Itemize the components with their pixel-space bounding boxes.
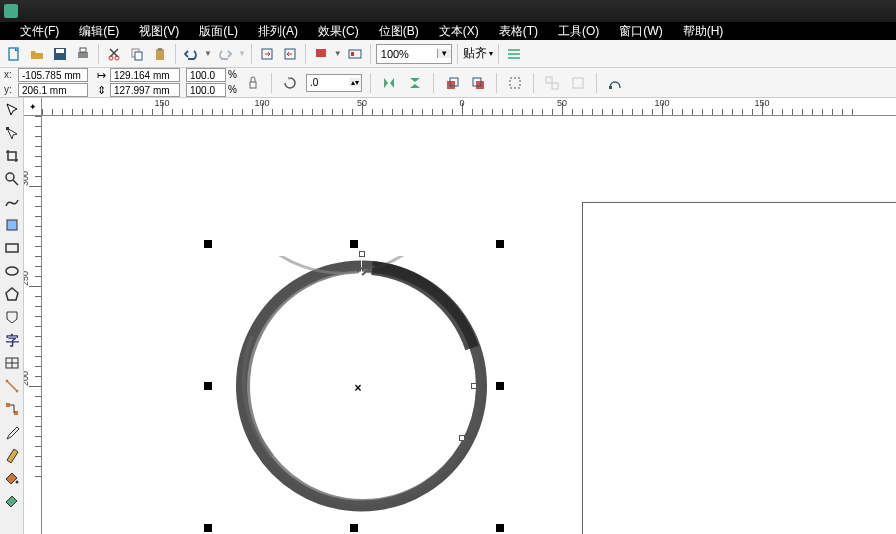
path-node[interactable]	[459, 435, 465, 441]
ungroup-icon[interactable]	[542, 73, 562, 93]
scale-x-input[interactable]	[186, 68, 226, 82]
svg-rect-2	[56, 49, 64, 53]
separator	[433, 73, 434, 93]
connector-tool[interactable]	[2, 399, 22, 419]
selection-handle[interactable]	[350, 524, 358, 532]
menu-help[interactable]: 帮助(H)	[673, 21, 734, 42]
zoom-tool[interactable]	[2, 169, 22, 189]
convert-curves-icon[interactable]	[605, 73, 625, 93]
polygon-tool[interactable]	[2, 284, 22, 304]
copy-icon[interactable]	[127, 44, 147, 64]
menu-view[interactable]: 视图(V)	[129, 21, 189, 42]
crop-tool[interactable]	[2, 146, 22, 166]
scale-group: % %	[186, 68, 237, 97]
svg-rect-14	[349, 50, 361, 58]
save-icon[interactable]	[50, 44, 70, 64]
svg-rect-4	[80, 48, 86, 52]
menu-file[interactable]: 文件(F)	[10, 21, 69, 42]
svg-rect-13	[316, 49, 326, 57]
snap-label: 贴齐	[463, 45, 487, 62]
x-input[interactable]	[18, 68, 88, 82]
eyedropper-tool[interactable]	[2, 422, 22, 442]
rectangle-tool[interactable]	[2, 238, 22, 258]
menu-table[interactable]: 表格(T)	[489, 21, 548, 42]
to-front-icon[interactable]	[442, 73, 462, 93]
mirror-v-icon[interactable]	[405, 73, 425, 93]
text-tool[interactable]: 字	[2, 330, 22, 350]
outline-tool[interactable]	[2, 445, 22, 465]
lock-ratio-icon[interactable]	[243, 73, 263, 93]
selection-handle[interactable]	[204, 524, 212, 532]
dimension-tool[interactable]	[2, 376, 22, 396]
app-launcher-icon[interactable]	[311, 44, 331, 64]
freehand-tool[interactable]	[2, 192, 22, 212]
snap-dropdown[interactable]: 贴齐 ▾	[463, 45, 493, 62]
shape-tool[interactable]	[2, 123, 22, 143]
menu-window[interactable]: 窗口(W)	[609, 21, 672, 42]
selection-handle[interactable]	[496, 382, 504, 390]
redo-icon[interactable]	[215, 44, 235, 64]
menu-effects[interactable]: 效果(C)	[308, 21, 369, 42]
svg-rect-29	[6, 244, 18, 252]
page-boundary	[582, 202, 896, 534]
to-back-icon[interactable]	[468, 73, 488, 93]
group-icon[interactable]	[568, 73, 588, 93]
height-input[interactable]	[110, 83, 180, 97]
menu-text[interactable]: 文本(X)	[429, 21, 489, 42]
path-node[interactable]	[471, 383, 477, 389]
vertical-ruler[interactable]: 300250200	[24, 116, 42, 534]
rotation-input-group[interactable]: ▴▾	[306, 74, 362, 92]
pick-tool[interactable]	[2, 100, 22, 120]
brush-circle-object[interactable]	[232, 256, 492, 516]
smart-fill-tool[interactable]	[2, 215, 22, 235]
svg-rect-8	[135, 52, 142, 60]
zoom-level[interactable]: ▼	[376, 44, 452, 64]
svg-rect-23	[552, 83, 558, 89]
selection-handle[interactable]	[350, 240, 358, 248]
selection-handle[interactable]	[204, 240, 212, 248]
open-icon[interactable]	[27, 44, 47, 64]
paste-icon[interactable]	[150, 44, 170, 64]
undo-dropdown-icon[interactable]: ▼	[204, 49, 212, 58]
launcher-dropdown-icon[interactable]: ▼	[334, 49, 342, 58]
fill-tool[interactable]	[2, 468, 22, 488]
zoom-dropdown-icon[interactable]: ▼	[437, 49, 451, 58]
scale-y-input[interactable]	[186, 83, 226, 97]
new-icon[interactable]	[4, 44, 24, 64]
table-tool[interactable]	[2, 353, 22, 373]
menu-bitmap[interactable]: 位图(B)	[369, 21, 429, 42]
import-icon[interactable]	[257, 44, 277, 64]
print-icon[interactable]	[73, 44, 93, 64]
basic-shapes-tool[interactable]	[2, 307, 22, 327]
selection-handle[interactable]	[496, 524, 504, 532]
selection-handle[interactable]	[496, 240, 504, 248]
path-node[interactable]	[359, 251, 365, 257]
welcome-icon[interactable]	[345, 44, 365, 64]
cut-icon[interactable]	[104, 44, 124, 64]
menu-edit[interactable]: 编辑(E)	[69, 21, 129, 42]
ruler-origin[interactable]: ✦	[24, 98, 42, 116]
standard-toolbar: ▼ ▼ ▼ ▼ 贴齐 ▾	[0, 40, 896, 68]
mirror-h-icon[interactable]	[379, 73, 399, 93]
separator	[496, 73, 497, 93]
width-input[interactable]	[110, 68, 180, 82]
svg-rect-3	[78, 52, 88, 58]
rotation-spinner[interactable]: ▴▾	[349, 78, 361, 87]
wrap-text-icon[interactable]	[505, 73, 525, 93]
options-icon[interactable]	[504, 44, 524, 64]
ellipse-tool[interactable]	[2, 261, 22, 281]
canvas[interactable]: ×	[42, 116, 896, 534]
snap-dropdown-icon[interactable]: ▾	[489, 49, 493, 58]
export-icon[interactable]	[280, 44, 300, 64]
menu-arrange[interactable]: 排列(A)	[248, 21, 308, 42]
interactive-fill-tool[interactable]	[2, 491, 22, 511]
zoom-input[interactable]	[377, 48, 437, 60]
horizontal-ruler[interactable]: 15010050050100150	[42, 98, 896, 116]
selection-center-icon: ×	[354, 381, 361, 395]
menu-tools[interactable]: 工具(O)	[548, 21, 609, 42]
undo-icon[interactable]	[181, 44, 201, 64]
menu-layout[interactable]: 版面(L)	[189, 21, 248, 42]
selection-handle[interactable]	[204, 382, 212, 390]
rotation-input[interactable]	[307, 77, 349, 88]
y-input[interactable]	[18, 83, 88, 97]
